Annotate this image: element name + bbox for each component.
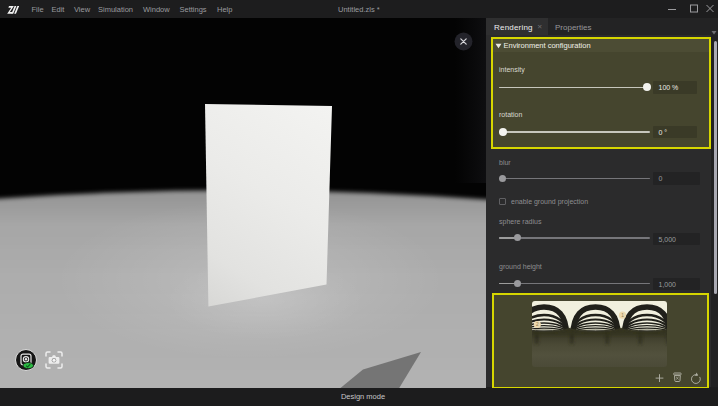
svg-text:1: 1 [621,313,624,318]
svg-text:2: 2 [536,322,539,327]
